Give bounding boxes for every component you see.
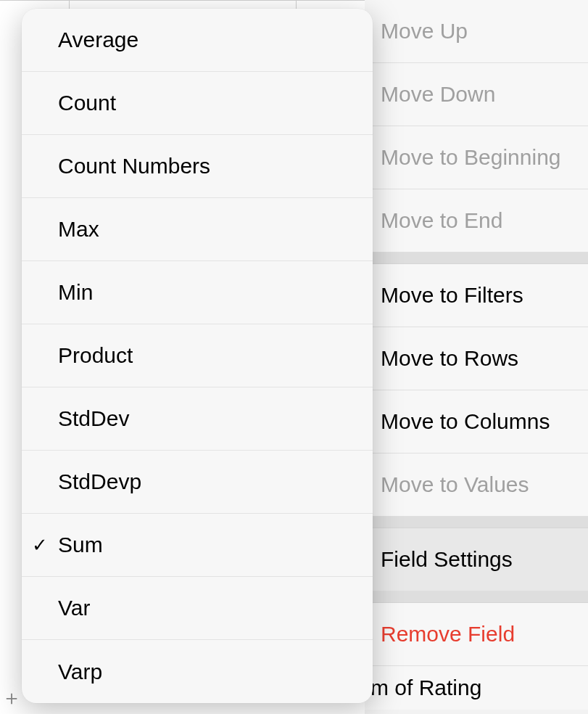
menu-item-move-up: Move Up xyxy=(365,0,588,63)
menu-item-move-to-end: Move to End xyxy=(365,189,588,253)
menu-item-label: Move to Filters xyxy=(381,283,523,308)
submenu-item-label: Var xyxy=(58,596,90,620)
submenu-item-min[interactable]: Min xyxy=(22,261,373,324)
submenu-item-sum[interactable]: ✓ Sum xyxy=(22,514,373,577)
menu-item-label: Remove Field xyxy=(381,622,515,647)
submenu-item-label: StdDevp xyxy=(58,469,141,494)
add-sheet-icon[interactable]: ＋ xyxy=(1,688,22,708)
submenu-item-label: Sum xyxy=(58,533,103,557)
submenu-item-label: Average xyxy=(58,28,138,52)
field-name-footer: m of Rating xyxy=(365,666,588,710)
menu-separator xyxy=(365,517,588,528)
menu-item-label: Move Down xyxy=(381,82,495,107)
submenu-item-label: Count Numbers xyxy=(58,154,210,178)
menu-separator xyxy=(365,253,588,264)
menu-item-move-to-beginning: Move to Beginning xyxy=(365,126,588,189)
menu-separator xyxy=(365,591,588,603)
checkmark-icon: ✓ xyxy=(32,534,48,557)
submenu-item-stddevp[interactable]: StdDevp xyxy=(22,451,373,514)
submenu-item-varp[interactable]: Varp xyxy=(22,640,373,703)
submenu-item-label: Product xyxy=(58,343,133,368)
submenu-item-max[interactable]: Max xyxy=(22,198,373,261)
field-context-menu: Move Up Move Down Move to Beginning Move… xyxy=(365,0,588,714)
field-name-label: m of Rating xyxy=(370,676,481,700)
submenu-item-var[interactable]: Var xyxy=(22,577,373,640)
submenu-item-stddev[interactable]: StdDev xyxy=(22,387,373,451)
submenu-item-label: Max xyxy=(58,217,99,242)
menu-item-label: Move to Rows xyxy=(381,346,518,371)
menu-item-move-to-values: Move to Values xyxy=(365,454,588,517)
menu-item-label: Field Settings xyxy=(381,547,513,572)
submenu-item-label: StdDev xyxy=(58,406,129,431)
menu-item-label: Move to Beginning xyxy=(381,145,561,170)
submenu-item-product[interactable]: Product xyxy=(22,324,373,387)
submenu-item-average[interactable]: Average xyxy=(22,9,373,72)
submenu-item-label: Min xyxy=(58,280,93,305)
summarize-by-submenu: Average Count Count Numbers Max Min Prod… xyxy=(22,9,373,703)
menu-item-move-to-filters[interactable]: Move to Filters xyxy=(365,264,588,327)
menu-item-remove-field[interactable]: Remove Field xyxy=(365,603,588,666)
submenu-item-label: Varp xyxy=(58,660,102,684)
menu-item-label: Move to End xyxy=(381,208,502,233)
submenu-item-label: Count xyxy=(58,91,116,115)
submenu-item-count-numbers[interactable]: Count Numbers xyxy=(22,135,373,198)
menu-item-move-to-columns[interactable]: Move to Columns xyxy=(365,390,588,454)
menu-item-field-settings[interactable]: Field Settings xyxy=(365,528,588,591)
menu-item-label: Move to Values xyxy=(381,472,529,497)
menu-item-move-down: Move Down xyxy=(365,63,588,126)
menu-item-label: Move Up xyxy=(381,19,468,44)
submenu-item-count[interactable]: Count xyxy=(22,72,373,135)
menu-item-label: Move to Columns xyxy=(381,409,550,434)
menu-item-move-to-rows[interactable]: Move to Rows xyxy=(365,327,588,390)
